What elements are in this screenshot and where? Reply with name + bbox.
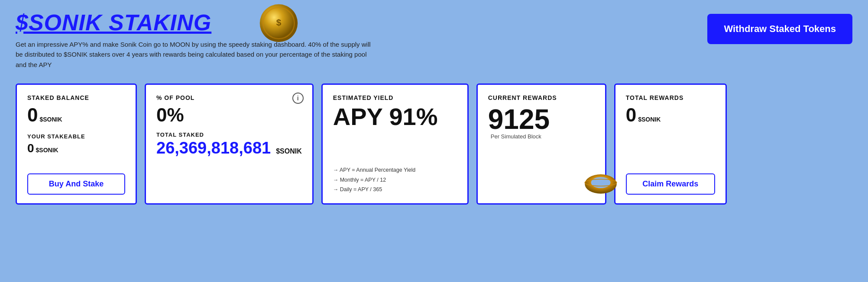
total-rewards-value: 0 bbox=[626, 105, 636, 125]
total-staked-value: 26,369,818,681 bbox=[156, 140, 271, 156]
page-description: Get an impressive APY% and make Sonik Co… bbox=[16, 39, 371, 70]
header-left: $SONIK STAKING $ bbox=[16, 10, 371, 70]
page-title: $SONIK STAKING bbox=[16, 10, 371, 35]
total-rewards-card: TOTAL REWARDS 0 $SONIK Claim Rewards bbox=[614, 83, 727, 205]
pool-value: 0% bbox=[156, 105, 302, 125]
apy-note-2: → Monthly = APY / 12 bbox=[333, 175, 457, 185]
estimated-yield-label: ESTIMATED YIELD bbox=[333, 94, 457, 101]
coin-ring-decoration bbox=[583, 171, 618, 195]
apy-notes: → APY = Annual Percentage Yield → Monthl… bbox=[333, 165, 457, 195]
total-rewards-unit: $SONIK bbox=[638, 116, 661, 123]
current-rewards-card: CURRENT REWARDS 9125 Per Simulated Block bbox=[476, 83, 606, 205]
svg-point-4 bbox=[591, 177, 610, 188]
stakeable-unit: $SONIK bbox=[36, 147, 58, 154]
page-wrapper: $SONIK STAKING $ bbox=[0, 0, 868, 282]
apy-note-2-text: → Monthly = APY / 12 bbox=[333, 175, 386, 185]
withdraw-staked-tokens-button[interactable]: Withdraw Staked Tokens bbox=[707, 14, 852, 44]
pool-card: % OF POOL i 0% TOTAL STAKED 26,369,818,6… bbox=[145, 83, 314, 205]
info-icon-symbol: i bbox=[297, 95, 299, 102]
svg-point-3 bbox=[585, 174, 617, 194]
apy-note-1: → APY = Annual Percentage Yield bbox=[333, 165, 457, 175]
apy-note-3-text: → Daily = APY / 365 bbox=[333, 185, 382, 195]
staked-balance-card: STAKED BALANCE 0 $SONIK YOUR STAKEABLE 0… bbox=[16, 83, 137, 205]
estimated-yield-card: ESTIMATED YIELD APY 91% → APY = Annual P… bbox=[321, 83, 469, 205]
stakeable-value: 0 bbox=[27, 141, 34, 155]
pool-label: % OF POOL bbox=[156, 94, 302, 101]
current-rewards-label: CURRENT REWARDS bbox=[488, 94, 595, 101]
buy-and-stake-button[interactable]: Buy And Stake bbox=[27, 173, 125, 195]
apy-value: APY 91% bbox=[333, 105, 457, 129]
staked-balance-value: 0 bbox=[27, 105, 38, 125]
header-section: $SONIK STAKING $ bbox=[16, 10, 852, 70]
cards-row: STAKED BALANCE 0 $SONIK YOUR STAKEABLE 0… bbox=[16, 83, 852, 205]
apy-note-1-text: → APY = Annual Percentage Yield bbox=[333, 165, 416, 175]
total-rewards-label: TOTAL REWARDS bbox=[626, 94, 715, 101]
total-staked-unit: $SONIK bbox=[276, 147, 302, 155]
info-icon[interactable]: i bbox=[292, 93, 304, 104]
apy-note-3: → Daily = APY / 365 bbox=[333, 185, 457, 195]
stakeable-label: YOUR STAKEABLE bbox=[27, 133, 125, 140]
claim-rewards-button[interactable]: Claim Rewards bbox=[626, 173, 715, 195]
current-rewards-value: 9125 bbox=[488, 106, 550, 133]
staked-balance-unit: $SONIK bbox=[39, 116, 62, 123]
per-block-label: Per Simulated Block bbox=[491, 133, 541, 140]
staked-balance-label: STAKED BALANCE bbox=[27, 94, 125, 101]
svg-point-5 bbox=[585, 179, 617, 186]
total-staked-label: TOTAL STAKED bbox=[156, 131, 302, 138]
